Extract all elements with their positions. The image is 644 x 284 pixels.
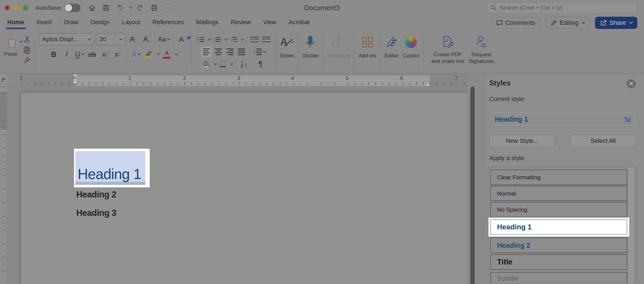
- addins-button[interactable]: Add-ins: [356, 31, 378, 74]
- strikethrough-button[interactable]: ab: [87, 49, 98, 60]
- line-spacing-button[interactable]: ↕: [253, 47, 266, 57]
- subscript-button[interactable]: x2: [99, 49, 110, 60]
- create-pdf-button[interactable]: Create PDFand share link: [425, 31, 466, 74]
- style-item-subtitle[interactable]: Subtitle: [490, 272, 627, 284]
- clear-formatting-button[interactable]: A: [176, 34, 187, 45]
- cut-icon[interactable]: [23, 36, 31, 44]
- grow-font-button[interactable]: Aˆ: [127, 34, 139, 45]
- tab-selector[interactable]: [0, 74, 7, 86]
- autosave-toggle[interactable]: [64, 4, 80, 12]
- style-item-normal[interactable]: Normal: [490, 186, 627, 201]
- shrink-font-button[interactable]: Aˆ: [141, 34, 152, 45]
- shading-button[interactable]: [201, 59, 212, 69]
- tab-mailings[interactable]: Mailings: [196, 16, 219, 29]
- align-center-button[interactable]: [213, 47, 223, 57]
- tab-insert[interactable]: Insert: [36, 16, 52, 29]
- search-input[interactable]: [500, 4, 633, 11]
- align-left-button[interactable]: [201, 47, 212, 57]
- comments-button[interactable]: Comments: [491, 17, 540, 29]
- close-window-button[interactable]: [4, 5, 10, 11]
- tab-references[interactable]: References: [152, 16, 185, 29]
- bullets-chevron-icon[interactable]: [208, 37, 211, 40]
- editor-button[interactable]: Editor: [382, 31, 401, 74]
- numbering-button[interactable]: 123: [212, 35, 222, 45]
- home-icon[interactable]: [87, 2, 98, 13]
- save-icon[interactable]: [100, 2, 112, 13]
- sort-button[interactable]: AZ ↓: [239, 59, 249, 69]
- print-icon[interactable]: [149, 2, 160, 13]
- zoom-window-button[interactable]: [23, 5, 28, 11]
- format-painter-icon[interactable]: [23, 57, 31, 65]
- vertical-scrollbar-thumb[interactable]: [470, 87, 475, 284]
- right-indent-marker[interactable]: [426, 83, 430, 86]
- styles-button[interactable]: A Styles: [277, 31, 296, 74]
- left-indent-marker[interactable]: [73, 74, 77, 84]
- style-item-heading1[interactable]: Heading 1: [490, 219, 627, 235]
- tab-view[interactable]: View: [262, 16, 277, 29]
- document-heading1-text[interactable]: Heading 1: [75, 167, 141, 182]
- tab-review[interactable]: Review: [230, 16, 251, 29]
- tab-acrobat[interactable]: Acrobat: [288, 16, 310, 29]
- multilevel-chevron-icon[interactable]: [241, 37, 244, 40]
- copilot-button[interactable]: Copilot: [400, 31, 421, 74]
- tab-draw[interactable]: Draw: [63, 16, 79, 29]
- minimize-window-button[interactable]: [14, 5, 19, 11]
- style-item-no-spacing[interactable]: No Spacing: [490, 202, 627, 217]
- document-heading3-text[interactable]: Heading 3: [76, 208, 116, 218]
- numbering-chevron-icon[interactable]: [224, 37, 227, 40]
- ruler-number-7: 7: [455, 75, 458, 81]
- copy-icon[interactable]: [23, 46, 31, 55]
- share-button[interactable]: Share: [595, 17, 637, 29]
- paste-button[interactable]: Paste: [4, 35, 18, 57]
- decrease-indent-button[interactable]: [249, 35, 260, 45]
- tab-design[interactable]: Design: [90, 16, 110, 29]
- undo-dropdown-chevron-icon[interactable]: [129, 5, 132, 9]
- dictate-button[interactable]: Dictate: [300, 31, 321, 74]
- superscript-button[interactable]: x2: [112, 49, 123, 60]
- increase-indent-button[interactable]: [261, 35, 272, 45]
- font-group: Aptos Displ... 20 Aˆ Aˆ Aa A B I U ab: [36, 31, 190, 74]
- style-item-clear-formatting[interactable]: Clear Formatting: [490, 170, 627, 185]
- paste-chevron-icon[interactable]: [19, 39, 23, 43]
- highlight-color-button[interactable]: [143, 49, 154, 60]
- justify-button[interactable]: [236, 47, 247, 57]
- show-paragraph-marks-button[interactable]: ¶: [255, 59, 266, 69]
- borders-chevron-icon[interactable]: [230, 62, 233, 65]
- bold-button[interactable]: B: [48, 49, 59, 60]
- close-pane-button[interactable]: ✕: [627, 79, 636, 88]
- highlight-chevron-icon[interactable]: [157, 52, 160, 55]
- editing-mode-button[interactable]: Editing: [545, 17, 590, 29]
- undo-button[interactable]: [114, 2, 126, 13]
- font-color-chevron-icon[interactable]: [175, 52, 178, 55]
- style-item-heading2[interactable]: Heading 2: [490, 238, 627, 253]
- style-list-scrollbar-track[interactable]: [628, 167, 634, 284]
- tab-layout[interactable]: Layout: [121, 16, 141, 29]
- style-item-title[interactable]: Title: [490, 254, 627, 270]
- horizontal-ruler: 1 1 2 3 4 5 6 7: [0, 74, 484, 87]
- underline-button[interactable]: U: [74, 49, 85, 60]
- selected-text-highlight[interactable]: Heading 1: [75, 151, 145, 182]
- search-box[interactable]: [487, 2, 637, 13]
- document-page[interactable]: Heading 1 Heading 2 Heading 3: [21, 92, 468, 284]
- document-heading2-text[interactable]: Heading 2: [76, 190, 116, 200]
- selection-tail: [75, 182, 145, 185]
- multilevel-list-button[interactable]: 1ai: [228, 35, 239, 45]
- new-style-button[interactable]: New Style...: [489, 134, 555, 147]
- redo-button[interactable]: [135, 2, 146, 13]
- request-signatures-button[interactable]: x RequestSignatures: [466, 31, 496, 74]
- more-commands-icon[interactable]: ⋯: [163, 2, 174, 13]
- align-right-button[interactable]: [225, 47, 235, 57]
- italic-button[interactable]: I: [61, 49, 72, 60]
- font-size-select[interactable]: 20: [96, 33, 126, 45]
- change-case-button[interactable]: Aa: [158, 34, 170, 45]
- shading-chevron-icon[interactable]: [214, 62, 217, 65]
- font-color-button[interactable]: A: [161, 49, 172, 60]
- font-name-select[interactable]: Aptos Displ...: [39, 33, 94, 45]
- sensitivity-button[interactable]: Sensitivity: [325, 31, 353, 74]
- svg-text:x: x: [481, 42, 483, 46]
- text-effects-button[interactable]: A: [130, 49, 141, 60]
- select-all-button[interactable]: Select All: [570, 134, 636, 147]
- tab-home[interactable]: Home: [7, 16, 25, 29]
- bullets-button[interactable]: [195, 35, 206, 45]
- borders-button[interactable]: [218, 59, 228, 69]
